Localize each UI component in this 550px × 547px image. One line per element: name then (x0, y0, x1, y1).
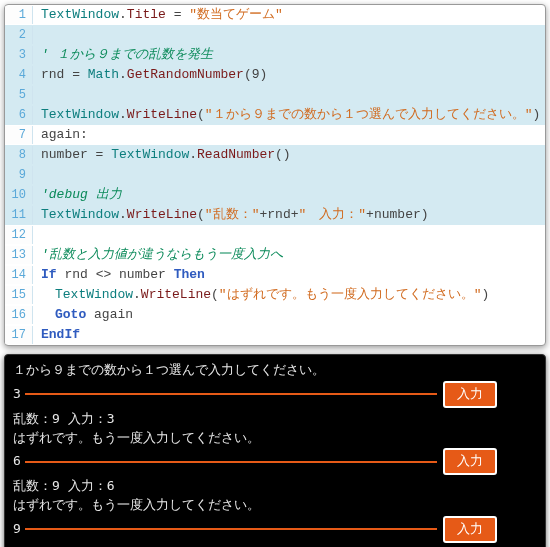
code-line: 16Goto again (5, 305, 545, 325)
code-content: TextWindow.WriteLine("乱数："+rnd+" 入力："+nu… (33, 205, 545, 225)
line-number: 14 (5, 266, 33, 284)
console-line: はずれです。もう一度入力してください。 (13, 496, 537, 515)
code-line: 1TextWindow.Title = "数当てゲーム" (5, 5, 545, 25)
input-annotation-badge: 入力 (443, 516, 497, 543)
code-line: 8number = TextWindow.ReadNumber() (5, 145, 545, 165)
console-input-value: 9 (13, 520, 21, 539)
line-number: 10 (5, 186, 33, 204)
line-number: 4 (5, 66, 33, 84)
input-annotation-line (25, 528, 437, 530)
code-line: 15TextWindow.WriteLine("はずれです。もう一度入力してくだ… (5, 285, 545, 305)
line-number: 2 (5, 26, 33, 44)
code-line: 2 (5, 25, 545, 45)
line-number: 15 (5, 286, 33, 304)
console-input-value: 6 (13, 452, 21, 471)
code-content: If rnd <> number Then (33, 265, 545, 285)
line-number: 7 (5, 126, 33, 144)
code-content: Goto again (33, 305, 545, 325)
code-line: 7again: (5, 125, 545, 145)
input-annotation-badge: 入力 (443, 381, 497, 408)
code-content: number = TextWindow.ReadNumber() (33, 145, 545, 165)
code-line: 3' １から９までの乱数を発生 (5, 45, 545, 65)
line-number: 8 (5, 146, 33, 164)
line-number: 6 (5, 106, 33, 124)
code-content: TextWindow.WriteLine("１から９までの数から１つ選んで入力し… (33, 105, 545, 125)
code-content: ' １から９までの乱数を発生 (33, 45, 545, 65)
line-number: 16 (5, 306, 33, 324)
code-editor-panel: 1TextWindow.Title = "数当てゲーム"23' １から９までの乱… (4, 4, 546, 346)
console-input-row: 6入力 (13, 448, 537, 475)
line-number: 3 (5, 46, 33, 64)
input-annotation-line (25, 393, 437, 395)
line-number: 13 (5, 246, 33, 264)
code-content: '乱数と入力値が違うならもう一度入力へ (33, 245, 545, 265)
code-content: TextWindow.WriteLine("はずれです。もう一度入力してください… (33, 285, 545, 305)
code-content: 'debug 出力 (33, 185, 545, 205)
line-number: 11 (5, 206, 33, 224)
code-content: TextWindow.Title = "数当てゲーム" (33, 5, 545, 25)
console-input-row: 9入力 (13, 516, 537, 543)
console-line: １から９までの数から１つ選んで入力してください。 (13, 361, 537, 380)
code-line: 12 (5, 225, 545, 245)
line-number: 1 (5, 6, 33, 24)
line-number: 9 (5, 166, 33, 184)
line-number: 17 (5, 326, 33, 344)
console-line: はずれです。もう一度入力してください。 (13, 429, 537, 448)
code-line: 11TextWindow.WriteLine("乱数："+rnd+" 入力："+… (5, 205, 545, 225)
line-number: 12 (5, 226, 33, 244)
console-output-panel: １から９までの数から１つ選んで入力してください。3入力乱数：9 入力：3はずれで… (4, 354, 546, 547)
code-content: EndIf (33, 325, 545, 345)
input-annotation-line (25, 461, 437, 463)
input-annotation-badge: 入力 (443, 448, 497, 475)
code-line: 13'乱数と入力値が違うならもう一度入力へ (5, 245, 545, 265)
code-line: 14If rnd <> number Then (5, 265, 545, 285)
console-input-row: 3入力 (13, 381, 537, 408)
code-line: 10'debug 出力 (5, 185, 545, 205)
code-line: 17EndIf (5, 325, 545, 345)
code-content: again: (33, 125, 545, 145)
code-line: 5 (5, 85, 545, 105)
console-line: 乱数：9 入力：3 (13, 410, 537, 429)
code-line: 9 (5, 165, 545, 185)
code-content: rnd = Math.GetRandomNumber(9) (33, 65, 545, 85)
code-line: 6TextWindow.WriteLine("１から９までの数から１つ選んで入力… (5, 105, 545, 125)
console-line: 乱数：9 入力：6 (13, 477, 537, 496)
line-number: 5 (5, 86, 33, 104)
console-input-value: 3 (13, 385, 21, 404)
code-line: 4rnd = Math.GetRandomNumber(9) (5, 65, 545, 85)
